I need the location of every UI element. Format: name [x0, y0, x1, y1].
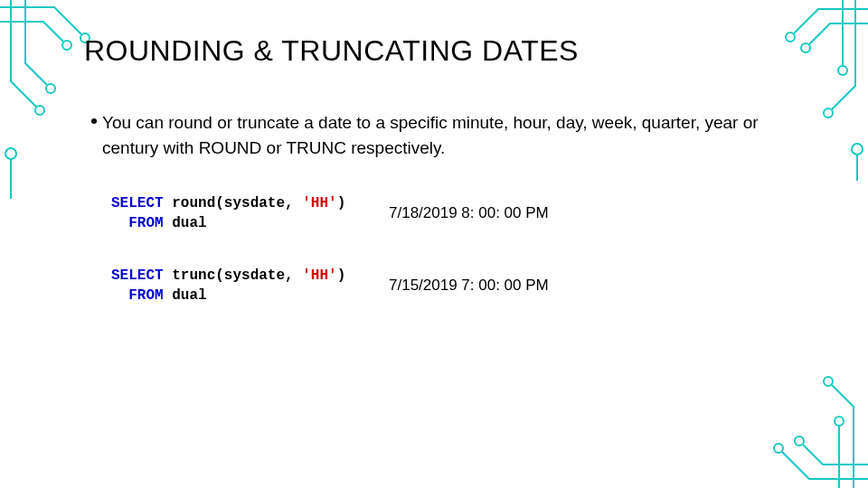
slide-title: ROUNDING & TRUNCATING DATES: [84, 34, 579, 68]
svg-point-6: [801, 43, 810, 52]
svg-point-2: [35, 106, 44, 115]
svg-point-11: [795, 436, 804, 446]
circuit-decoration-top-left: [0, 0, 99, 199]
circuit-decoration-bottom-right: [732, 343, 868, 488]
sql-output-trunc: 7/15/2019 7: 00: 00 PM: [389, 277, 549, 295]
svg-point-13: [835, 417, 844, 426]
svg-point-1: [62, 41, 71, 50]
sql-code-trunc: SELECT trunc(sysdate, 'HH') FROM dual: [111, 267, 345, 305]
bullet-item: You can round or truncate a date to a sp…: [91, 110, 832, 160]
svg-point-3: [46, 84, 55, 93]
svg-point-9: [852, 144, 863, 155]
svg-point-4: [5, 148, 16, 159]
svg-point-5: [786, 33, 795, 42]
sql-output-round: 7/18/2019 8: 00: 00 PM: [389, 204, 549, 222]
svg-point-8: [838, 66, 847, 75]
bullet-text: You can round or truncate a date to a sp…: [102, 110, 807, 160]
svg-point-12: [824, 377, 833, 386]
sql-code-round: SELECT round(sysdate, 'HH') FROM dual: [111, 194, 345, 233]
bullet-dot-icon: [91, 118, 97, 124]
svg-point-10: [774, 444, 783, 453]
